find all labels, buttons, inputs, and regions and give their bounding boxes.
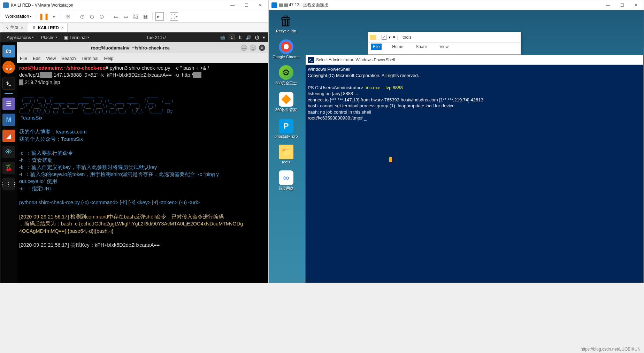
terminal-titlebar[interactable]: root@luodameinv: ~/shiro-check-rce — ◻ ✕ [17,42,268,53]
thumbnail-icon[interactable]: ▦ [141,12,150,21]
explorer-path: tools [400,34,413,40]
powershell-titlebar[interactable]: >_ Select Administrator: Windows PowerSh… [306,55,643,65]
checkbox-icon[interactable]: ✓ [382,35,386,40]
ribbon-file[interactable]: File [371,44,382,50]
terminal-icon: ▣ [64,35,68,40]
tab-home[interactable]: ⌂ 主页 ✕ [2,23,27,32]
windows-desktop[interactable]: 🗑 Recycle Bin Google Chrome ⚙ 360安全卫士 🔶 … [269,10,644,283]
close-icon[interactable]: ✕ [61,26,64,30]
terminal-menu[interactable]: ▣ Terminal [61,35,93,40]
applications-menu[interactable]: Applications [3,35,37,40]
terminal-window: root@luodameinv: ~/shiro-check-rce — ◻ ✕… [17,42,268,283]
metasploit-icon[interactable]: M [2,114,15,126]
baidu-disk-icon[interactable]: ∞ 百度网盘 [272,170,300,191]
snapshot-icon[interactable]: ◷ [78,12,86,21]
show-apps-icon[interactable]: ⋮⋮⋮ [2,178,15,190]
terminal-close[interactable]: ✕ [259,45,265,51]
folder-icon[interactable] [370,35,376,40]
maximize-button[interactable]: ☐ [242,2,251,9]
close-button[interactable]: ✕ [255,2,265,9]
powershell-icon: >_ [308,57,314,63]
ascii-art: ____ __ _ ____ __ __ ____ / __/ / /_ (_)… [19,93,266,114]
network-icon[interactable]: ⇅ [238,35,242,40]
power-dropdown-icon[interactable]: ▾ [49,12,58,21]
clock[interactable]: Tue 21:57 [142,35,170,40]
watermark: https://blog.csdn.net/LUOBIKUN [581,347,641,352]
firefox-icon[interactable]: 🦊 [2,61,15,74]
chrome-icon[interactable]: Google Chrome [272,39,300,59]
minimize-button[interactable]: — [603,2,613,9]
cursor: _ [364,115,366,121]
recycle-bin-icon[interactable]: 🗑 Recycle Bin [272,14,300,33]
tab-home-label: 主页 [10,25,18,31]
workstation-menu[interactable]: Workstation [3,12,34,20]
divider: | [378,35,380,40]
workspace-indicator[interactable]: 1 [229,34,235,40]
fullscreen-icon[interactable]: ⛶▾ [170,12,178,21]
camera-icon[interactable]: 📹 [220,35,225,40]
minimize-button[interactable]: — [228,2,237,9]
desktop-icons: 🗑 Recycle Bin Google Chrome ⚙ 360安全卫士 🔶 … [272,14,300,191]
tab-kaili-red[interactable]: 🖥 KAILI RED ✕ [28,23,68,32]
kali-dock: 🗂 🦊 $_ ☰ M ◢ 👁 🍒 ⋮⋮⋮ [0,42,17,283]
terminal-icon[interactable]: $_ [2,77,15,90]
vmware-tabs: ⌂ 主页 ✕ 🖥 KAILI RED ✕ [0,23,268,32]
unity-icon[interactable]: ⿴ [131,12,140,21]
view-console-icon[interactable]: ▭ [112,12,120,21]
menu-chevron-icon[interactable]: ▾ [263,35,265,40]
powershell-body[interactable]: Windows PowerShell Copyright (C) Microso… [306,65,643,283]
volume-icon[interactable]: 🔊 [246,35,251,40]
snapshot-revert-icon[interactable]: ◶ [88,12,96,21]
powershell-window: >_ Select Administrator: Windows PowerSh… [305,55,644,283]
vmware-window: KAILI RED - VMware Workstation — ☐ ✕ Wor… [0,0,268,283]
360-soft-icon[interactable]: 🔶 360软件管家 [272,92,300,113]
pause-icon[interactable]: ❚❚ [40,12,48,21]
send-ctrl-alt-del-icon[interactable]: ⎘ [64,12,72,21]
tools-folder-icon[interactable]: 📁 tools [272,145,300,164]
terminal-minimize[interactable]: — [241,45,247,51]
divider: | [397,35,398,40]
kali-desktop: Applications Places ▣ Terminal Tue 21:57… [0,32,268,283]
notes-icon[interactable]: ☰ [2,98,15,110]
down-arrow-icon[interactable]: ▾ [389,35,391,40]
eye-icon[interactable]: 👁 [2,146,15,158]
menu-view[interactable]: View [46,56,56,61]
close-icon[interactable]: ✕ [21,26,23,30]
burp-icon[interactable]: ◢ [2,130,15,142]
vmware-title: KAILI RED - VMware Workstation [11,3,228,8]
cherrytree-icon[interactable]: 🍒 [2,162,15,174]
powershell-title: Select Administrator: Windows PowerShell [316,57,641,62]
vmware-titlebar[interactable]: KAILI RED - VMware Workstation — ☐ ✕ [0,0,268,10]
phpstudy-icon[interactable]: P phpstudy_pro [272,119,300,138]
terminal-maximize[interactable]: ◻ [250,45,256,51]
menu-edit[interactable]: Edit [33,56,40,61]
menu-terminal[interactable]: Terminal [82,56,99,61]
home-icon: ⌂ [6,26,8,30]
view-tabs-icon[interactable]: ▭ [122,12,130,21]
terminal-body[interactable]: root@luodameinv:~/shiro-check-rce# pytho… [17,63,268,283]
explorer-ribbon: File Home Share View [368,43,521,51]
explorer-window[interactable]: | ✓ ▾ ≡ | tools File Home Share View [368,32,521,55]
rdp-icon [271,2,277,8]
text-cursor [389,157,392,162]
files-icon[interactable]: 🗂 [2,45,15,57]
ribbon-view[interactable]: View [437,44,451,50]
vm-icon: 🖥 [32,25,36,30]
power-icon[interactable]: ⏻ [255,35,259,40]
explorer-quickaccess: | ✓ ▾ ≡ | tools [368,32,521,43]
console-view-icon[interactable]: ▸_ [155,12,164,21]
close-button[interactable]: ✕ [631,2,641,9]
menu-file[interactable]: File [20,56,27,61]
places-menu[interactable]: Places [37,35,61,40]
kali-topbar: Applications Places ▣ Terminal Tue 21:57… [0,32,268,42]
snapshot-manager-icon[interactable]: ◵ [98,12,106,21]
tab-kaili-label: KAILI RED [38,25,59,30]
360-safe-icon[interactable]: ⚙ 360安全卫士 [272,65,300,86]
menu-search[interactable]: Search [61,56,76,61]
menu-help[interactable]: Help [104,56,114,61]
ribbon-home[interactable]: Home [390,44,405,50]
maximize-button[interactable]: ☐ [617,2,627,9]
rdp-titlebar[interactable]: 47.13 - 远程桌面连接 — ☐ ✕ [269,0,644,10]
ribbon-share[interactable]: Share [414,44,429,50]
equals-icon[interactable]: ≡ [393,35,395,40]
